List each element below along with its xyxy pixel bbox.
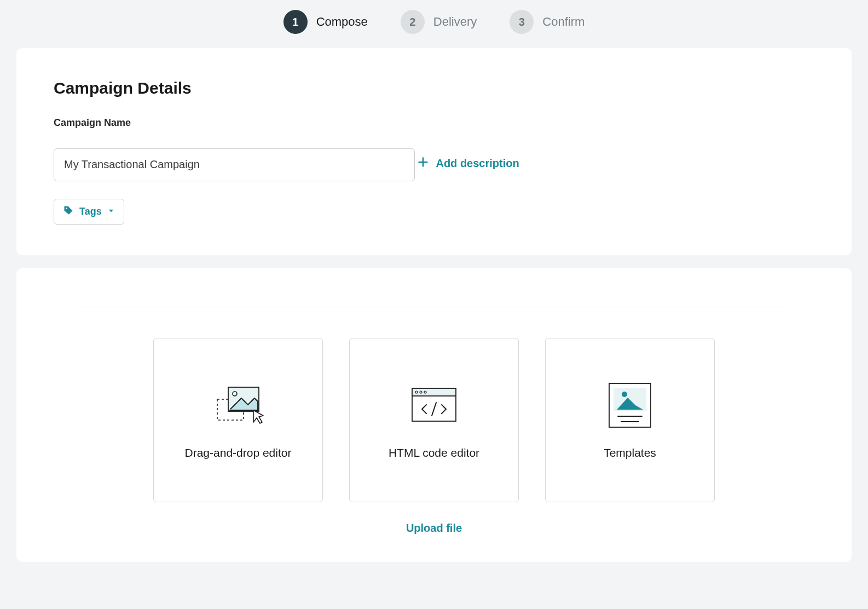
step-confirm[interactable]: 3 Confirm [510, 10, 585, 34]
option-templates[interactable]: Templates [545, 338, 715, 502]
chevron-down-icon [107, 206, 115, 217]
editor-options-card: Drag-and-drop editor HTML code editor [16, 268, 852, 562]
add-description-button[interactable]: Add description [417, 156, 519, 171]
stepper: 1 Compose 2 Delivery 3 Confirm [16, 0, 852, 48]
add-description-label: Add description [436, 157, 519, 170]
option-drag-and-drop-label: Drag-and-drop editor [185, 446, 292, 459]
svg-rect-7 [412, 388, 456, 396]
plus-icon [417, 156, 429, 171]
step-label-confirm: Confirm [542, 15, 585, 29]
tags-dropdown[interactable]: Tags [54, 199, 124, 225]
svg-point-14 [622, 392, 627, 397]
editor-options-row: Drag-and-drop editor HTML code editor [82, 338, 786, 502]
option-templates-label: Templates [604, 446, 656, 459]
code-window-icon [407, 381, 461, 430]
option-html-code-label: HTML code editor [389, 446, 479, 459]
step-number-compose: 1 [283, 10, 308, 34]
divider [82, 307, 786, 307]
upload-file-link[interactable]: Upload file [82, 522, 786, 535]
step-compose[interactable]: 1 Compose [283, 10, 368, 34]
option-drag-and-drop[interactable]: Drag-and-drop editor [153, 338, 323, 502]
campaign-details-card: Campaign Details Campaign Name Add descr… [16, 48, 852, 255]
step-number-confirm: 3 [510, 10, 534, 34]
step-number-delivery: 2 [401, 10, 425, 34]
campaign-name-input[interactable] [54, 148, 415, 181]
tag-icon [63, 205, 74, 219]
campaign-name-label: Campaign Name [54, 117, 814, 129]
image-cursor-icon [211, 381, 265, 430]
tags-label: Tags [79, 206, 102, 217]
step-label-compose: Compose [316, 15, 368, 29]
campaign-details-title: Campaign Details [54, 79, 814, 97]
template-icon [603, 381, 657, 430]
step-label-delivery: Delivery [433, 15, 477, 29]
svg-point-2 [66, 208, 67, 209]
step-delivery[interactable]: 2 Delivery [401, 10, 477, 34]
option-html-code[interactable]: HTML code editor [349, 338, 519, 502]
